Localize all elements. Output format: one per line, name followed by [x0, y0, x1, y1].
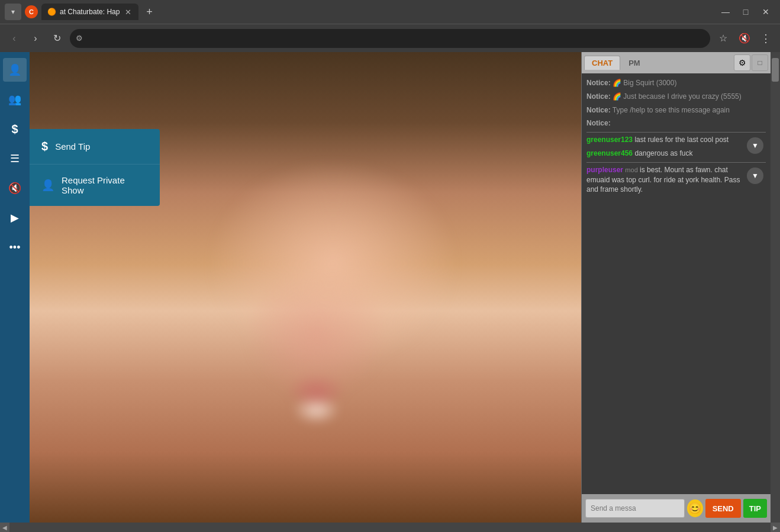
- address-bar[interactable]: ⚙: [70, 29, 710, 48]
- user-badge: mod: [625, 166, 637, 173]
- chat-message-input[interactable]: [585, 499, 685, 518]
- send-tip-item[interactable]: $ Send Tip: [30, 129, 160, 165]
- back-button[interactable]: ‹: [6, 30, 22, 47]
- chat-message: Notice: 🌈 Just because I drive you crazy…: [586, 92, 766, 102]
- security-icon: ⚙: [76, 34, 83, 43]
- window-controls-right: — □ ✕: [716, 4, 775, 20]
- sidebar-icon-video[interactable]: ▶: [3, 206, 27, 230]
- chat-message: greenuser123 last rules for the last coo…: [586, 135, 766, 145]
- sidebar-icon-user[interactable]: 👤: [3, 58, 27, 82]
- private-show-icon: 👤: [41, 179, 54, 192]
- send-button[interactable]: SEND: [705, 499, 741, 518]
- tip-button[interactable]: TIP: [743, 499, 767, 518]
- tab-close-button[interactable]: ✕: [123, 7, 133, 17]
- horizontal-scrollbar[interactable]: [9, 523, 771, 532]
- tab-title: at Chaturbate: Hap: [60, 8, 120, 16]
- chat-message: Notice:: [586, 118, 766, 128]
- scroll-down-button[interactable]: ▼: [747, 137, 763, 154]
- close-button[interactable]: ✕: [756, 4, 775, 20]
- media-button[interactable]: 🔇: [736, 30, 753, 47]
- bottom-bar: ◀ ▶: [0, 523, 780, 532]
- request-private-show-item[interactable]: 👤 Request Private Show: [30, 165, 160, 206]
- tab-bar: 🟠 at Chaturbate: Hap ✕ +: [41, 4, 713, 20]
- chat-input-area: 😊 SEND TIP: [582, 494, 771, 523]
- sidebar-icon-group[interactable]: 👥: [3, 88, 27, 111]
- new-tab-button[interactable]: +: [141, 4, 157, 20]
- chat-settings-button[interactable]: ⚙: [734, 54, 750, 71]
- tab-pm[interactable]: PM: [621, 56, 647, 70]
- content-area: 👤 👥 $ ☰ 🔇 ▶ ••• $ Send Tip 👤 Request Pri…: [0, 52, 780, 523]
- maximize-button[interactable]: □: [736, 4, 755, 20]
- scroll-up-button[interactable]: ▼: [747, 167, 763, 184]
- scroll-right-arrow[interactable]: ▶: [771, 523, 780, 532]
- chat-divider: [586, 162, 766, 163]
- tab-dropdown-button[interactable]: ▾: [5, 4, 21, 20]
- chat-divider: [586, 132, 766, 133]
- chat-message: greenuser456 dangerous as fuck: [586, 149, 766, 159]
- chat-message: Notice: 🌈 Big Squirt (3000): [586, 78, 766, 88]
- chat-message: Notice: Type /help to see this message a…: [586, 105, 766, 115]
- sidebar-icon-more[interactable]: •••: [3, 236, 27, 259]
- chat-expand-button[interactable]: □: [752, 54, 768, 71]
- browser-titlebar: ▾ C 🟠 at Chaturbate: Hap ✕ + — □ ✕: [0, 0, 780, 24]
- scrollbar-thumb[interactable]: [772, 58, 779, 82]
- chat-messages[interactable]: Notice: 🌈 Big Squirt (3000) Notice: 🌈 Ju…: [582, 73, 771, 494]
- sidebar-icon-dollar[interactable]: $: [3, 117, 27, 141]
- chat-panel: CHAT PM ⚙ □ Notice: 🌈 Big Squirt (3000) …: [581, 52, 771, 523]
- video-content: [30, 52, 581, 523]
- dropdown-menu: $ Send Tip 👤 Request Private Show: [30, 129, 160, 206]
- right-scrollbar[interactable]: [771, 52, 780, 523]
- browser-menu-button[interactable]: ⋮: [758, 30, 774, 47]
- forward-button[interactable]: ›: [27, 30, 44, 47]
- send-tip-label: Send Tip: [55, 141, 90, 151]
- video-area: [30, 52, 581, 523]
- scroll-left-arrow[interactable]: ◀: [0, 523, 9, 532]
- minimize-button[interactable]: —: [716, 4, 735, 20]
- sidebar-icon-list[interactable]: ☰: [3, 147, 27, 170]
- bookmark-button[interactable]: ☆: [715, 30, 731, 47]
- active-tab[interactable]: 🟠 at Chaturbate: Hap ✕: [41, 4, 138, 20]
- url-input[interactable]: [86, 34, 704, 43]
- browser-addressbar: ‹ › ↻ ⚙ ☆ 🔇 ⋮: [0, 24, 780, 52]
- reload-button[interactable]: ↻: [49, 30, 65, 47]
- browser-logo: C: [25, 5, 38, 18]
- window-controls-left: ▾: [5, 4, 21, 20]
- chat-message: purpleuser mod is best. Mount as fawn. c…: [586, 165, 766, 195]
- scrollbar-track: [771, 52, 780, 523]
- chat-tabs-bar: CHAT PM ⚙ □: [582, 52, 771, 73]
- sidebar: 👤 👥 $ ☰ 🔇 ▶ •••: [0, 52, 30, 523]
- emoji-button[interactable]: 😊: [687, 499, 703, 517]
- tab-favicon: 🟠: [47, 8, 56, 16]
- sidebar-icon-mute[interactable]: 🔇: [3, 176, 27, 200]
- request-private-show-label: Request Private Show: [62, 175, 148, 195]
- dollar-icon: $: [41, 140, 48, 153]
- tab-chat[interactable]: CHAT: [584, 56, 620, 70]
